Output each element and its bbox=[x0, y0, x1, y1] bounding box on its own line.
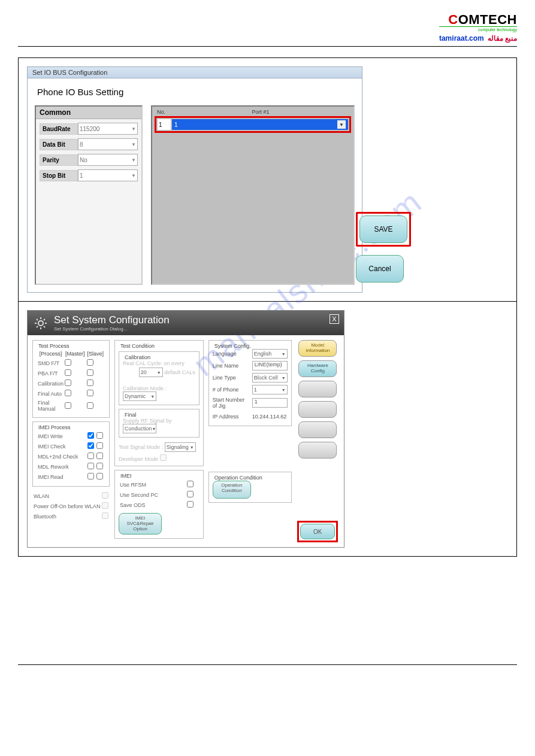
window-system-config: Set System Configuration Set System Conf… bbox=[27, 310, 344, 548]
use-second-pc-checkbox[interactable] bbox=[187, 491, 194, 497]
ip-address-value: 10.244.114.62 bbox=[252, 414, 287, 420]
baudrate-select[interactable]: 115200▼ bbox=[78, 123, 138, 135]
header-divider bbox=[18, 46, 517, 47]
close-button[interactable]: X bbox=[330, 314, 339, 324]
disabled-button-3 bbox=[298, 421, 337, 438]
common-header: Common bbox=[36, 107, 141, 119]
cancel-button[interactable]: Cancel bbox=[356, 255, 404, 283]
footer-divider bbox=[18, 664, 517, 665]
page-header: COMTECH computer technology tamiraat.com… bbox=[18, 12, 517, 42]
mdl2nd-checkbox[interactable] bbox=[87, 453, 94, 459]
cal-master-checkbox[interactable] bbox=[65, 379, 71, 386]
line-type-select[interactable]: Block Cell▼ bbox=[252, 373, 288, 382]
databit-select[interactable]: 8▼ bbox=[78, 138, 138, 150]
use-rfsm-checkbox[interactable] bbox=[187, 481, 194, 487]
start-jig-input[interactable]: 1 bbox=[252, 398, 288, 408]
imei-svc-repair-button[interactable]: IMEI SVC&Repair Option bbox=[119, 513, 162, 535]
system-config-legend: System Config. bbox=[213, 343, 253, 349]
finalauto-slave-checkbox[interactable] bbox=[87, 390, 93, 396]
mdl2nd-slave-checkbox[interactable] bbox=[96, 453, 103, 459]
svg-point-0 bbox=[38, 321, 43, 326]
port-select[interactable]: 1 ▼ bbox=[172, 119, 348, 130]
imei-write-checkbox[interactable] bbox=[87, 432, 94, 439]
window-io-bus: Set IO BUS Configuration Phone IO Bus Se… bbox=[27, 66, 362, 293]
ok-highlight: OK bbox=[297, 521, 338, 542]
pba-master-checkbox[interactable] bbox=[65, 369, 71, 376]
save-ods-checkbox[interactable] bbox=[187, 501, 194, 508]
bluetooth-checkbox bbox=[102, 512, 108, 519]
finalauto-master-checkbox[interactable] bbox=[65, 390, 71, 396]
mdlrework-slave-checkbox[interactable] bbox=[96, 463, 103, 469]
document-frame: Set IO BUS Configuration Phone IO Bus Se… bbox=[18, 57, 517, 557]
phones-select[interactable]: 1▼ bbox=[252, 385, 288, 394]
poweroff-label: Power Off-On before WLAN bbox=[34, 502, 101, 511]
port-col-port: Port #1 bbox=[173, 109, 349, 115]
imeiread-slave-checkbox[interactable] bbox=[96, 473, 103, 479]
common-panel: Common BaudRate 115200▼ Data Bit 8▼ bbox=[35, 105, 143, 285]
poweroff-checkbox bbox=[102, 502, 108, 509]
titlebar-io-bus: Set IO BUS Configuration bbox=[28, 67, 362, 78]
model-information-button[interactable]: Model Information bbox=[298, 340, 337, 357]
disabled-button-1 bbox=[298, 381, 337, 397]
baudrate-label: BaudRate bbox=[40, 123, 78, 135]
source-link[interactable]: tamiraat.com bbox=[439, 34, 484, 42]
imei-check-checkbox[interactable] bbox=[87, 442, 94, 449]
save-button[interactable]: SAVE bbox=[359, 215, 407, 243]
bluetooth-label: Bluetooth bbox=[34, 512, 101, 521]
test-signal-label: Test Signal Mode : bbox=[119, 444, 163, 450]
test-signal-select: Signaling▼ bbox=[165, 442, 196, 452]
pba-slave-checkbox[interactable] bbox=[87, 369, 93, 376]
sysconfig-title: Set System Configuration bbox=[54, 314, 170, 326]
screenshot-io-bus: Set IO BUS Configuration Phone IO Bus Se… bbox=[19, 58, 516, 302]
chevron-down-icon: ▼ bbox=[337, 120, 346, 129]
operation-condition-group: Operation Condition Operation Condition bbox=[208, 472, 292, 503]
operation-condition-legend: Operation Condition bbox=[213, 475, 264, 481]
databit-label: Data Bit bbox=[40, 139, 78, 150]
dev-mode-label: Developer Mode bbox=[119, 456, 158, 462]
port-col-no: No. bbox=[157, 109, 173, 115]
test-condition-group: Test Condition Calibration Real CAL Cycl… bbox=[114, 340, 204, 466]
parity-label: Parity bbox=[40, 154, 78, 166]
smd-slave-checkbox[interactable] bbox=[87, 359, 93, 366]
imei-group: IMEI Use RFSM Use Second PC Save ODS IME… bbox=[114, 470, 204, 539]
line-name-input[interactable]: LINE(temp) bbox=[252, 361, 288, 371]
mdlrework-checkbox[interactable] bbox=[87, 463, 94, 469]
save-highlight: SAVE bbox=[356, 212, 411, 247]
test-process-group: Test Process [Process][Master][Slave] SM… bbox=[32, 340, 110, 418]
cal-mode-select[interactable]: Dynamic▼ bbox=[123, 391, 156, 401]
supply-rf-select: Conduction▼ bbox=[123, 424, 156, 433]
port-panel: No. Port #1 1 1 ▼ bbox=[151, 105, 355, 285]
imei-process-group: IMEI Process IMEI Write IMEI Check MDL+2… bbox=[32, 421, 110, 487]
source-label: منبع مقاله bbox=[488, 34, 517, 42]
finalman-master-checkbox[interactable] bbox=[65, 402, 71, 409]
language-select[interactable]: English▼ bbox=[252, 349, 288, 359]
io-bus-subtitle: Phone IO Bus Setting bbox=[37, 87, 355, 97]
screenshot-system-config: Set System Configuration Set System Conf… bbox=[19, 302, 516, 556]
parity-select[interactable]: No▼ bbox=[78, 154, 138, 166]
cal-mode-label: Calibration Mode : bbox=[123, 385, 167, 391]
test-process-legend: Test Process bbox=[37, 343, 71, 349]
operation-condition-button[interactable]: Operation Condition bbox=[213, 481, 251, 499]
imeiread-checkbox[interactable] bbox=[87, 473, 94, 479]
sysconfig-subtitle: Set System Configuration Dialog... bbox=[54, 326, 170, 332]
imei-write-slave-checkbox[interactable] bbox=[96, 432, 103, 439]
titlebar-system-config: Set System Configuration Set System Conf… bbox=[28, 311, 344, 335]
imei-check-slave-checkbox[interactable] bbox=[96, 442, 103, 449]
stopbit-label: Stop Bit bbox=[40, 170, 78, 181]
dev-mode-checkbox bbox=[160, 454, 167, 461]
supply-rf-label: Supply RF Signal by bbox=[123, 418, 172, 424]
disabled-button-2 bbox=[298, 401, 337, 418]
cal-slave-checkbox[interactable] bbox=[87, 379, 93, 386]
real-cal-select: 20▼ bbox=[139, 368, 163, 377]
port-row-no: 1 bbox=[158, 119, 171, 130]
wlan-label: WLAN bbox=[34, 491, 101, 500]
logo: COMTECH bbox=[439, 12, 517, 28]
stopbit-select[interactable]: 1▼ bbox=[78, 169, 138, 181]
finalman-slave-checkbox[interactable] bbox=[87, 402, 93, 409]
disabled-button-4 bbox=[298, 442, 337, 459]
ok-button[interactable]: OK bbox=[300, 524, 335, 539]
wlan-checkbox bbox=[102, 492, 108, 499]
smd-master-checkbox[interactable] bbox=[65, 359, 71, 366]
real-cal-label: Real CAL Cycle: on every bbox=[123, 360, 195, 366]
hardware-config-button[interactable]: Hardware Config bbox=[298, 360, 337, 377]
